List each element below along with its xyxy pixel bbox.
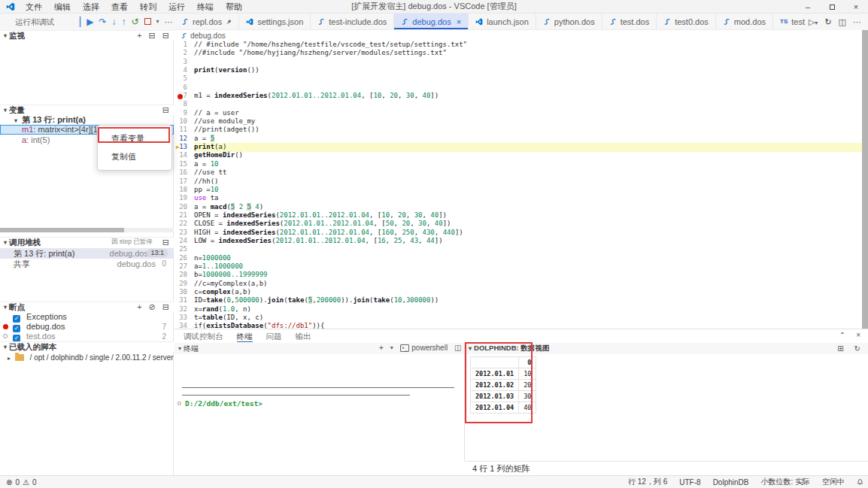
menu-goto[interactable]: 转到 [134, 0, 162, 14]
call-stack-section-header[interactable]: ▾ 调用堆栈 因 step 已暂停 ⊟ [0, 237, 174, 247]
breadcrumb[interactable]: debug.dos [175, 30, 868, 41]
variables-section-header[interactable]: ▾ 变量 ⊟ [0, 105, 174, 115]
line-number[interactable]: 25 [175, 245, 194, 253]
add-watch-icon[interactable]: + [137, 31, 141, 41]
tab-debug-console[interactable]: 调试控制台 [184, 329, 223, 343]
tab-mod.dos[interactable]: mod.dos [716, 14, 773, 29]
stack-frame-row[interactable]: 第 13 行: print(a) debug.dos 13:1 [0, 248, 174, 259]
menu-terminal[interactable]: 终端 [191, 0, 220, 14]
menu-run[interactable]: 运行 [162, 0, 191, 14]
sync-upload-icon[interactable]: ↻ [824, 17, 831, 27]
add-function-breakpoint-icon[interactable]: + [137, 302, 141, 312]
menu-file[interactable]: 文件 [20, 0, 48, 14]
line-number[interactable]: 24 [175, 237, 194, 245]
line-number[interactable]: 29 [175, 280, 194, 288]
line-number[interactable]: 9 [175, 109, 194, 117]
tab-test.dos[interactable]: test.dos [602, 14, 657, 29]
new-terminal-icon[interactable]: + [379, 344, 384, 352]
menu-item-copy-value[interactable]: 复制值 [98, 147, 171, 165]
line-number[interactable]: 6 [175, 83, 194, 92]
line-number[interactable]: 11 [175, 126, 194, 134]
terminal-section-header[interactable]: ▾ 终端 + ▾ >_ powershell ◫ ⋯ [175, 343, 464, 354]
tab-debug.dos[interactable]: debug.dos× [394, 14, 469, 29]
line-number[interactable]: 31 [175, 296, 194, 305]
stop-icon[interactable] [144, 14, 151, 30]
line-number[interactable]: 26 [175, 254, 194, 262]
shell-label[interactable]: >_ powershell [400, 344, 448, 352]
refresh-icon[interactable]: ↻ [854, 344, 860, 353]
loaded-scripts-section-header[interactable]: ▾ 已载入的脚本 [0, 341, 174, 352]
line-number[interactable]: 23 [175, 229, 194, 237]
close-panel-icon[interactable]: × [856, 331, 860, 339]
dataview-row[interactable]: 2012.01.0220 [471, 380, 536, 391]
line-number[interactable]: 21 [175, 211, 194, 220]
tab-test-include.dos[interactable]: test-include.dos [311, 14, 394, 29]
editor-more-icon[interactable]: ⋯ [853, 17, 862, 27]
run-file-icon[interactable]: ▷▾ [809, 17, 818, 27]
line-number[interactable]: 34 [175, 322, 194, 329]
watch-section-header[interactable]: ▾ 监视 + ⊟ ⊟ [0, 30, 174, 41]
tab-launch.json[interactable]: launch.json [469, 14, 536, 29]
code-area[interactable]: 1// #include "/home/hszheng/testfile/vsc… [175, 41, 868, 329]
line-number[interactable]: 15 [175, 160, 194, 168]
line-number[interactable]: 5 [175, 74, 194, 83]
menu-edit[interactable]: 编辑 [48, 0, 77, 14]
restart-icon[interactable]: ↺ [132, 14, 139, 30]
copy-all-icon[interactable]: ⊟ [162, 105, 169, 115]
breakpoint-row-debug-dos[interactable]: ✓ debug.dos 7 [0, 322, 174, 332]
line-number[interactable]: 1 [175, 41, 194, 49]
line-number[interactable]: 2 [175, 49, 194, 57]
menu-view[interactable]: 查看 [105, 0, 134, 14]
line-number[interactable]: 27 [175, 262, 194, 271]
cursor-position[interactable]: 行 12，列 6 [628, 477, 667, 487]
continue-icon[interactable]: ▏▶ [80, 14, 93, 30]
collapse-callstack-icon[interactable]: ⊟ [162, 238, 169, 247]
tab-terminal[interactable]: 终端 [237, 329, 253, 343]
maximize-panel-icon[interactable]: ⌃ [839, 331, 845, 339]
bell-icon[interactable] [857, 478, 863, 486]
line-number[interactable]: 16 [175, 168, 194, 177]
tab-repl.dos[interactable]: repl.dos [175, 14, 239, 29]
menu-selection[interactable]: 选择 [77, 0, 105, 14]
breakpoint-row-exceptions[interactable]: ✓ Exceptions [0, 312, 174, 322]
variables-hscrollbar[interactable] [0, 228, 174, 232]
line-number[interactable]: 20 [175, 203, 194, 211]
split-editor-icon[interactable]: ◫ [839, 17, 846, 27]
close-icon[interactable]: × [457, 17, 461, 26]
menu-item-view-variable[interactable]: 查看变量 [98, 129, 171, 147]
line-number[interactable]: 12 [175, 135, 194, 143]
loaded-script-folder-row[interactable]: ▸ / opt / dolphindb / single / 2.00.11.2… [0, 353, 174, 362]
editor-scrollbar[interactable] [862, 30, 868, 329]
line-number[interactable]: 28 [175, 271, 194, 279]
line-number[interactable]: 19 [175, 194, 194, 202]
step-over-icon[interactable]: ↷ [99, 14, 106, 30]
line-number[interactable]: 3 [175, 58, 194, 66]
tab-test0.dos[interactable]: test0.dos [657, 14, 716, 29]
pin-icon[interactable] [226, 19, 232, 25]
line-number[interactable]: 8 [175, 100, 194, 108]
line-number[interactable]: 17 [175, 177, 194, 186]
encoding-indicator[interactable]: UTF-8 [679, 478, 700, 486]
debug-more-icon[interactable]: ⋯ [165, 14, 174, 30]
menu-help[interactable]: 帮助 [220, 0, 248, 14]
decimals-setting[interactable]: 小数位数: 实际 [760, 477, 810, 487]
dataview-section-header[interactable]: ▾ DOLPHINDB: 数据视图 ⊞ ↻ [465, 343, 868, 354]
line-number[interactable]: 32 [175, 305, 194, 314]
terminal-output[interactable]: D:/2/ddb/ext/test> [175, 354, 464, 476]
variables-scope-row[interactable]: ▾ 第 13 行: print(a) [0, 115, 174, 125]
terminal-dropdown-icon[interactable]: ▾ [390, 344, 393, 351]
line-number[interactable]: 14 [175, 151, 194, 159]
language-mode[interactable]: DolphinDB [713, 478, 749, 486]
warnings-icon[interactable]: ⚠ [23, 478, 29, 486]
open-in-editor-icon[interactable]: ⊞ [837, 344, 843, 353]
minimize-button[interactable]: – [796, 0, 820, 14]
line-number[interactable]: 30 [175, 288, 194, 296]
dataview-row[interactable]: 2012.01.0110 [471, 368, 536, 380]
line-number[interactable]: 4 [175, 66, 194, 74]
line-number[interactable]: 33 [175, 314, 194, 322]
tab-python.dos[interactable]: python.dos [536, 14, 602, 29]
tab-settings.json[interactable]: settings.json [239, 14, 311, 29]
errors-icon[interactable]: ⊗ [6, 478, 12, 486]
tab-output[interactable]: 输出 [296, 329, 311, 343]
close-window-button[interactable]: × [844, 0, 868, 14]
